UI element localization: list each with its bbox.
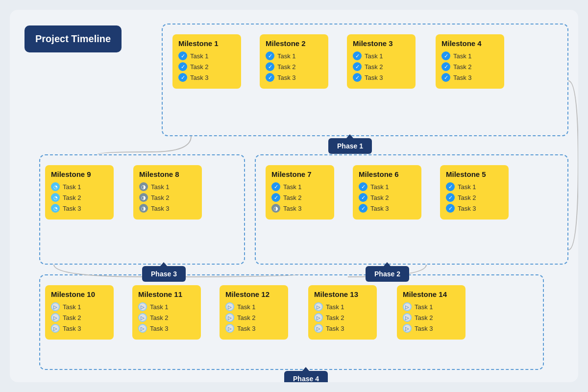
- pending-icon: ▷: [225, 313, 234, 322]
- complete-icon: ✓: [353, 73, 362, 82]
- task-item: ✓ Task 3: [441, 73, 498, 82]
- main-canvas: Project Timeline Milestone 1 ✓ Task 1 ✓ …: [10, 10, 578, 382]
- complete-icon: ✓: [359, 204, 368, 213]
- task-item: ◑ Task 2: [139, 193, 196, 202]
- milestone-9-card: Milestone 9 ◔ Task 1 ◔ Task 2 ◔ Task 3: [45, 165, 114, 220]
- task-item: ✓ Task 1: [266, 51, 322, 60]
- task-item: ▷ Task 3: [51, 324, 108, 333]
- milestone-2-card: Milestone 2 ✓ Task 1 ✓ Task 2 ✓ Task 3: [260, 34, 328, 89]
- milestone-5-title: Milestone 5: [446, 170, 503, 178]
- task-item: ▷ Task 2: [314, 313, 371, 322]
- task-item: ▷ Task 3: [314, 324, 371, 333]
- task-item: ▷ Task 1: [225, 302, 282, 311]
- complete-icon: ✓: [441, 51, 450, 60]
- milestone-13-title: Milestone 13: [314, 290, 371, 298]
- half-icon: ◑: [139, 193, 148, 202]
- task-item: ◑ Task 1: [139, 182, 196, 191]
- milestone-7-title: Milestone 7: [271, 170, 328, 178]
- task-item: ▷ Task 3: [138, 324, 195, 333]
- milestone-2-tasks: ✓ Task 1 ✓ Task 2 ✓ Task 3: [266, 51, 322, 82]
- task-item: ▷ Task 1: [51, 302, 108, 311]
- quarter-icon: ◔: [51, 204, 60, 213]
- milestone-3-tasks: ✓ Task 1 ✓ Task 2 ✓ Task 3: [353, 51, 410, 82]
- pending-icon: ▷: [225, 324, 234, 333]
- milestone-6-title: Milestone 6: [359, 170, 416, 178]
- milestone-12-title: Milestone 12: [225, 290, 282, 298]
- complete-icon: ✓: [353, 51, 362, 60]
- task-item: ✓ Task 1: [353, 51, 410, 60]
- task-item: ▷ Task 1: [138, 302, 195, 311]
- task-item: ▷ Task 3: [403, 324, 460, 333]
- milestone-14-tasks: ▷ Task 1 ▷ Task 2 ▷ Task 3: [403, 302, 460, 333]
- milestone-3-title: Milestone 3: [353, 39, 410, 48]
- task-item: ▷ Task 2: [403, 313, 460, 322]
- milestone-11-card: Milestone 11 ▷ Task 1 ▷ Task 2 ▷ Task 3: [132, 285, 201, 340]
- phase4-group: Milestone 10 ▷ Task 1 ▷ Task 2 ▷ Task 3 …: [39, 274, 544, 370]
- task-item: ✓ Task 3: [266, 73, 322, 82]
- task-item: ✓ Task 3: [446, 204, 503, 213]
- task-item: ◑ Task 3: [271, 204, 328, 213]
- pending-icon: ▷: [51, 313, 60, 322]
- task-item: ✓ Task 2: [446, 193, 503, 202]
- task-item: ▷ Task 3: [225, 324, 282, 333]
- task-item: ✓ Task 2: [353, 62, 410, 71]
- task-item: ✓ Task 2: [359, 193, 416, 202]
- task-item: ✓ Task 2: [178, 62, 235, 71]
- task-item: ▷ Task 2: [225, 313, 282, 322]
- milestone-1-title: Milestone 1: [178, 39, 235, 48]
- phase4-label: Phase 4: [284, 371, 328, 382]
- pending-icon: ▷: [403, 324, 412, 333]
- milestone-4-card: Milestone 4 ✓ Task 1 ✓ Task 2 ✓ Task 3: [436, 34, 504, 89]
- task-item: ✓ Task 2: [266, 62, 322, 71]
- phase3-label: Phase 3: [142, 266, 186, 282]
- pending-icon: ▷: [51, 302, 60, 311]
- complete-icon: ✓: [446, 182, 455, 191]
- task-item: ✓ Task 1: [359, 182, 416, 191]
- milestone-10-tasks: ▷ Task 1 ▷ Task 2 ▷ Task 3: [51, 302, 108, 333]
- complete-icon: ✓: [441, 62, 450, 71]
- pending-icon: ▷: [51, 324, 60, 333]
- milestone-14-card: Milestone 14 ▷ Task 1 ▷ Task 2 ▷ Task 3: [397, 285, 466, 340]
- milestone-6-tasks: ✓ Task 1 ✓ Task 2 ✓ Task 3: [359, 182, 416, 213]
- task-item: ✓ Task 3: [359, 204, 416, 213]
- task-item: ✓ Task 2: [271, 193, 328, 202]
- task-item: ▷ Task 2: [138, 313, 195, 322]
- milestone-12-tasks: ▷ Task 1 ▷ Task 2 ▷ Task 3: [225, 302, 282, 333]
- phase2-label: Phase 2: [366, 266, 409, 282]
- half-icon: ◑: [139, 182, 148, 191]
- milestone-9-tasks: ◔ Task 1 ◔ Task 2 ◔ Task 3: [51, 182, 108, 213]
- task-item: ✓ Task 1: [271, 182, 328, 191]
- complete-icon: ✓: [271, 193, 280, 202]
- pending-icon: ▷: [138, 313, 147, 322]
- milestone-5-tasks: ✓ Task 1 ✓ Task 2 ✓ Task 3: [446, 182, 503, 213]
- milestone-6-card: Milestone 6 ✓ Task 1 ✓ Task 2 ✓ Task 3: [353, 165, 421, 220]
- milestone-13-card: Milestone 13 ▷ Task 1 ▷ Task 2 ▷ Task 3: [308, 285, 377, 340]
- task-item: ✓ Task 1: [178, 51, 235, 60]
- milestone-7-tasks: ✓ Task 1 ✓ Task 2 ◑ Task 3: [271, 182, 328, 213]
- half-icon: ◑: [271, 204, 280, 213]
- complete-icon: ✓: [178, 73, 187, 82]
- pending-icon: ▷: [314, 302, 323, 311]
- complete-icon: ✓: [441, 73, 450, 82]
- milestone-7-card: Milestone 7 ✓ Task 1 ✓ Task 2 ◑ Task 3: [266, 165, 334, 220]
- phase3-group: Milestone 9 ◔ Task 1 ◔ Task 2 ◔ Task 3 M…: [39, 154, 245, 265]
- complete-icon: ✓: [446, 204, 455, 213]
- milestone-11-tasks: ▷ Task 1 ▷ Task 2 ▷ Task 3: [138, 302, 195, 333]
- pending-icon: ▷: [138, 324, 147, 333]
- milestone-2-title: Milestone 2: [266, 39, 322, 48]
- task-item: ▷ Task 2: [51, 313, 108, 322]
- pending-icon: ▷: [403, 313, 412, 322]
- milestone-4-tasks: ✓ Task 1 ✓ Task 2 ✓ Task 3: [441, 51, 498, 82]
- task-item: ✓ Task 3: [353, 73, 410, 82]
- phase2-group: Milestone 7 ✓ Task 1 ✓ Task 2 ◑ Task 3 M…: [255, 154, 568, 265]
- task-item: ✓ Task 1: [441, 51, 498, 60]
- task-item: ◔ Task 1: [51, 182, 108, 191]
- project-title: Project Timeline: [24, 25, 122, 52]
- task-item: ◔ Task 2: [51, 193, 108, 202]
- complete-icon: ✓: [353, 62, 362, 71]
- task-item: ◔ Task 3: [51, 204, 108, 213]
- milestone-8-title: Milestone 8: [139, 170, 196, 178]
- complete-icon: ✓: [266, 62, 274, 71]
- complete-icon: ✓: [359, 182, 368, 191]
- milestone-10-title: Milestone 10: [51, 290, 108, 298]
